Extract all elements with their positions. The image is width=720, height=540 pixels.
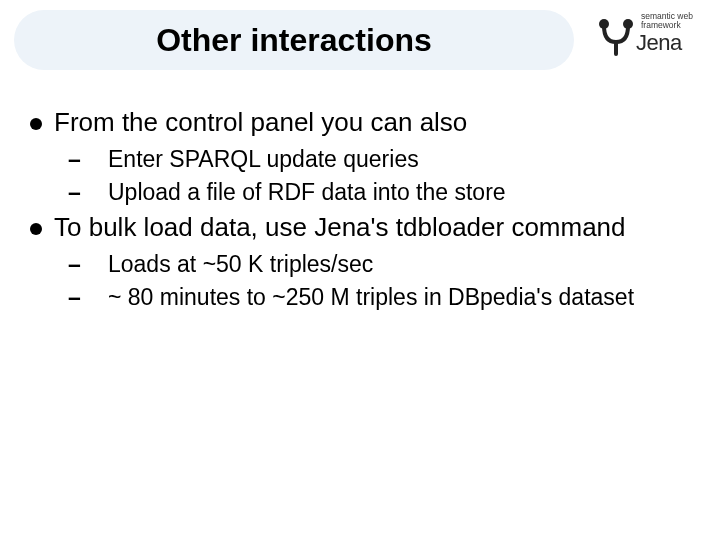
sub-item-text: Enter SPARQL update queries — [108, 146, 419, 172]
jena-logo-icon — [596, 16, 636, 56]
sub-list-2: Loads at ~50 K triples/sec ~ 80 minutes … — [80, 249, 690, 313]
jena-logo: semantic web framework Jena — [596, 10, 706, 62]
sub-item-text: ~ 80 minutes to ~250 M triples in DBpedi… — [108, 284, 634, 310]
slide-content: From the control panel you can also Ente… — [30, 105, 690, 315]
bullet-1-text: From the control panel you can also — [54, 107, 467, 137]
sub-list-1: Enter SPARQL update queries Upload a fil… — [80, 144, 690, 208]
logo-name: Jena — [636, 30, 682, 56]
list-item: Enter SPARQL update queries — [80, 144, 690, 175]
bullet-1: From the control panel you can also — [30, 105, 690, 140]
slide-title: Other interactions — [156, 22, 432, 59]
logo-tagline: semantic web framework — [641, 12, 693, 30]
bullet-2: To bulk load data, use Jena's tdbloader … — [30, 210, 690, 245]
sub-item-text: Loads at ~50 K triples/sec — [108, 251, 373, 277]
sub-item-text: Upload a file of RDF data into the store — [108, 179, 506, 205]
bullet-2-text: To bulk load data, use Jena's tdbloader … — [54, 212, 626, 242]
bullet-dot-icon — [30, 118, 42, 130]
slide: Other interactions semantic web framewor… — [0, 0, 720, 540]
list-item: ~ 80 minutes to ~250 M triples in DBpedi… — [80, 282, 690, 313]
bullet-dot-icon — [30, 223, 42, 235]
list-item: Loads at ~50 K triples/sec — [80, 249, 690, 280]
title-bar: Other interactions — [14, 10, 574, 70]
list-item: Upload a file of RDF data into the store — [80, 177, 690, 208]
